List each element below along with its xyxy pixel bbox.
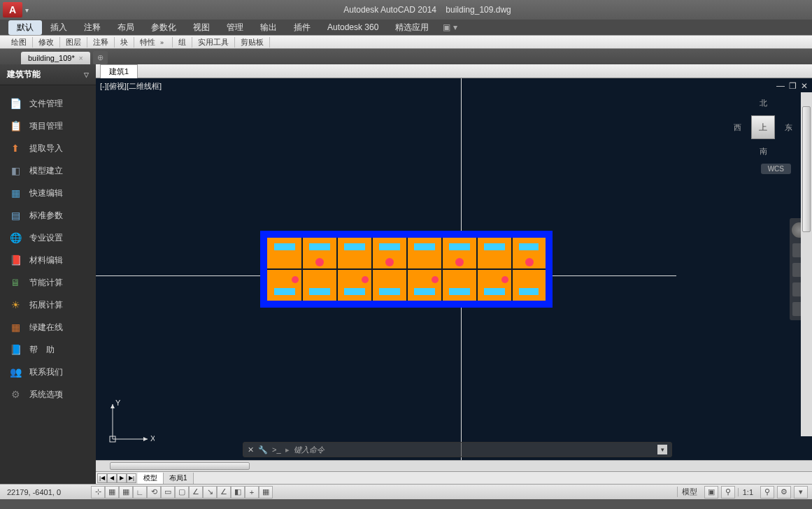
status-toggle-1[interactable]: ▦	[105, 486, 119, 499]
svg-rect-24	[519, 288, 539, 295]
viewcube-east[interactable]: 东	[785, 122, 792, 133]
palette-item-3[interactable]: ◧模型建立	[0, 159, 96, 182]
viewcube[interactable]: 上 北 南 东 西	[735, 99, 791, 155]
palette-item-13[interactable]: ⚙系统选项	[0, 383, 96, 406]
new-tab-button[interactable]: ⊕	[93, 51, 108, 64]
model-space-button[interactable]: 模型	[677, 487, 701, 497]
layout-nav-next-icon[interactable]: ▶	[117, 473, 127, 483]
annotation-scale-lock-icon[interactable]: ⚲	[721, 486, 735, 499]
viewport-label[interactable]: [-][俯视][二维线框]	[100, 81, 162, 92]
panel-utilities[interactable]: 实用工具	[192, 37, 235, 48]
menu-view[interactable]: 视图	[185, 20, 218, 35]
vertical-scrollbar[interactable]	[801, 92, 812, 436]
status-toggle-12[interactable]: ▦	[259, 486, 273, 499]
status-toggle-10[interactable]: ◧	[231, 486, 245, 499]
status-toggle-8[interactable]: ↘	[203, 486, 217, 499]
svg-marker-36	[111, 404, 115, 408]
panel-modify[interactable]: 修改	[33, 37, 60, 48]
wcs-badge[interactable]: WCS	[761, 164, 791, 174]
menu-autodesk360[interactable]: Autodesk 360	[319, 21, 387, 34]
palette-item-1[interactable]: 📋项目管理	[0, 115, 96, 137]
menu-overflow-icon[interactable]: ▣ ▾	[443, 22, 457, 32]
ucs-icon[interactable]: X Y	[106, 397, 155, 446]
menu-annotate[interactable]: 注释	[76, 20, 109, 35]
status-toggle-9[interactable]: ∠	[217, 486, 231, 499]
palette-item-7[interactable]: 📕材料编辑	[0, 249, 96, 271]
app-menu-dropdown-icon[interactable]: ▾	[25, 6, 29, 14]
command-close-icon[interactable]: ✕	[248, 445, 254, 454]
palette-item-icon: ▦	[8, 186, 22, 200]
layout1-tab[interactable]: 布局1	[164, 473, 194, 484]
app-logo-icon[interactable]: A	[3, 2, 22, 17]
horizontal-scrollbar[interactable]	[96, 460, 812, 471]
palette-item-8[interactable]: 🖥节能计算	[0, 271, 96, 294]
annotation-scale[interactable]: 1:1	[738, 488, 757, 496]
palette-item-5[interactable]: ▤标准参数	[0, 204, 96, 227]
menu-layout[interactable]: 布局	[109, 20, 143, 35]
layout-nav-prev-icon[interactable]: ◀	[107, 473, 117, 483]
viewport-maximize-icon[interactable]: ❐	[789, 81, 797, 91]
menu-insert[interactable]: 插入	[42, 20, 76, 35]
status-toggle-5[interactable]: ▭	[161, 486, 175, 499]
menu-default[interactable]: 默认	[8, 20, 42, 35]
status-toggle-6[interactable]: ▢	[175, 486, 189, 499]
palette-item-2[interactable]: ⬆提取导入	[0, 137, 96, 159]
palette-item-11[interactable]: 📘帮 助	[0, 338, 96, 361]
panel-annotate[interactable]: 注释	[87, 37, 115, 48]
status-toggle-0[interactable]: ⊹	[91, 486, 105, 499]
menu-featured[interactable]: 精选应用	[387, 20, 437, 35]
drawing-file-tab[interactable]: 建筑1	[100, 64, 138, 78]
status-toggle-3[interactable]: ∟	[133, 486, 147, 499]
status-tray-icon[interactable]: ▾	[794, 486, 808, 499]
viewport-minimize-icon[interactable]: —	[776, 81, 785, 91]
layout-nav-last-icon[interactable]: ▶|	[127, 473, 136, 483]
layout-nav-first-icon[interactable]: |◀	[97, 473, 107, 483]
palette-header[interactable]: 建筑节能 ▽	[0, 64, 96, 85]
viewcube-north[interactable]: 北	[760, 98, 767, 108]
drawing-canvas[interactable]: [-][俯视][二维线框] — ❐ ✕ 上 北 南 东 西 WCS	[96, 78, 812, 460]
panel-clipboard[interactable]: 剪贴板	[235, 37, 270, 48]
palette-item-label: 绿建在线	[29, 322, 63, 334]
coordinates-readout[interactable]: 22179, -6401, 0	[0, 488, 91, 496]
svg-rect-14	[449, 243, 470, 250]
palette-item-label: 帮 助	[29, 344, 55, 356]
panel-layer[interactable]: 图层	[60, 37, 87, 48]
viewcube-top-face[interactable]: 上	[751, 115, 775, 139]
palette-item-icon: ▤	[8, 208, 22, 222]
status-toggle-7[interactable]: ∠	[189, 486, 203, 499]
quick-view-layouts-icon[interactable]: ▣	[704, 486, 718, 499]
viewcube-west[interactable]: 西	[734, 122, 741, 133]
document-tab[interactable]: building_109* ×	[21, 52, 90, 64]
panel-block[interactable]: 块	[115, 37, 134, 48]
ribbon-tabs: 默认 插入 注释 布局 参数化 视图 管理 输出 插件 Autodesk 360…	[0, 20, 812, 35]
palette-item-12[interactable]: 👥联系我们	[0, 361, 96, 383]
menu-output[interactable]: 输出	[252, 20, 285, 35]
model-tab[interactable]: 模型	[138, 473, 164, 484]
menu-plugins[interactable]: 插件	[285, 20, 319, 35]
workspace-switching-icon[interactable]: ⚙	[777, 486, 791, 499]
svg-rect-23	[484, 288, 505, 295]
status-toggle-11[interactable]: +	[245, 486, 259, 499]
panel-draw[interactable]: 绘图	[6, 37, 33, 48]
command-customize-icon[interactable]: 🔧	[258, 445, 268, 454]
command-line[interactable]: ✕ 🔧 >_ ▸ 键入命令 ▾	[243, 442, 672, 457]
svg-point-29	[292, 276, 299, 283]
annotation-visibility-icon[interactable]: ⚲	[760, 486, 774, 499]
command-input[interactable]: 键入命令	[294, 445, 653, 455]
panel-group[interactable]: 组	[173, 37, 192, 48]
menu-manage[interactable]: 管理	[218, 20, 252, 35]
command-history-dropdown-icon[interactable]: ▾	[657, 445, 667, 454]
palette-item-9[interactable]: ☀拓展计算	[0, 294, 96, 316]
palette-item-6[interactable]: 🌐专业设置	[0, 227, 96, 249]
palette-item-10[interactable]: ▦绿建在线	[0, 316, 96, 338]
palette-item-0[interactable]: 📄文件管理	[0, 92, 96, 115]
viewcube-south[interactable]: 南	[760, 146, 767, 157]
status-toggle-4[interactable]: ⟲	[147, 486, 161, 499]
status-toggle-2[interactable]: ▦	[119, 486, 133, 499]
menu-parametric[interactable]: 参数化	[143, 20, 185, 35]
panel-properties[interactable]: 特性 »	[134, 37, 173, 48]
close-tab-icon[interactable]: ×	[79, 55, 83, 62]
palette-item-4[interactable]: ▦快速编辑	[0, 182, 96, 204]
palette-collapse-icon[interactable]: ▽	[84, 71, 89, 78]
viewport-close-icon[interactable]: ✕	[801, 81, 808, 91]
